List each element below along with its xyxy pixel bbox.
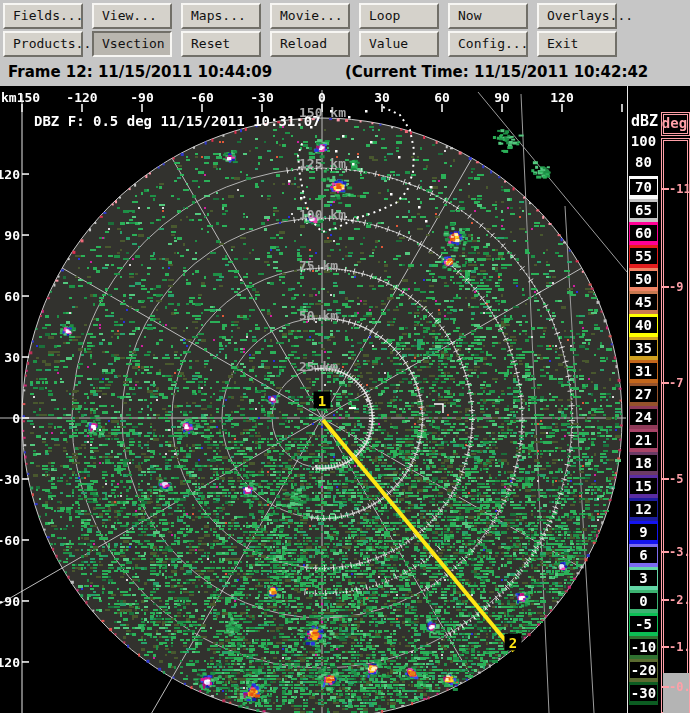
menu-bar: Fields... View... Maps... Movie... Loop … (0, 0, 690, 60)
colorbar-label: 24 (630, 409, 657, 425)
deg-tick[interactable] (662, 551, 669, 553)
menu-button-fields[interactable]: Fields... (3, 3, 83, 29)
status-bar: Frame 12: 11/15/2011 10:44:09 (Current T… (0, 60, 690, 86)
menu-button-exit[interactable]: Exit (537, 31, 617, 57)
colorbar-label: 50 (630, 271, 657, 287)
deg-tick-label[interactable]: -9 (669, 280, 683, 294)
colorbar-label: -5 (630, 616, 657, 632)
menu-button-movie[interactable]: Movie... (270, 3, 350, 29)
deg-tick[interactable] (662, 599, 669, 601)
deg-tick[interactable] (662, 686, 669, 688)
deg-tick-label[interactable]: -3.5 (669, 545, 690, 559)
colorbar-label: 65 (630, 202, 657, 218)
deg-tick[interactable] (662, 646, 669, 648)
scale-panel: dBZ1008070656055504540353127242118151296… (627, 86, 690, 713)
cidd-window: Fields... View... Maps... Movie... Loop … (0, 0, 690, 713)
menu-button-vsection[interactable]: Vsection (92, 31, 172, 57)
deg-tick[interactable] (662, 286, 669, 288)
menu-button-products[interactable]: Products... (3, 31, 83, 57)
colorbar-label: 100 (630, 133, 657, 149)
colorbar-label: 60 (630, 225, 657, 241)
menu-button-view[interactable]: View... (92, 3, 172, 29)
menu-button-reset[interactable]: Reset (181, 31, 261, 57)
colorbar-label: 45 (630, 294, 657, 310)
colorbar-label: 27 (630, 386, 657, 402)
colorbar-label: 21 (630, 432, 657, 448)
menu-button-now[interactable]: Now (448, 3, 528, 29)
radar-display: km150-120-90-60-3003060901201209060300-3… (0, 86, 690, 713)
menu-button-value[interactable]: Value (359, 31, 439, 57)
deg-tick-label[interactable]: -2.5 (669, 593, 690, 607)
colorbar-label: 80 (630, 154, 657, 170)
colorbar-label: 35 (630, 340, 657, 356)
colorbar-label: 0 (630, 593, 657, 609)
deg-scale-box (661, 138, 690, 713)
colorbar-title: dBZ (631, 112, 658, 130)
deg-tick-label[interactable]: -0.5 (669, 680, 690, 694)
colorbar-label: 9 (630, 524, 657, 540)
frame-time-label: Frame 12: 11/15/2011 10:44:09 (8, 63, 272, 81)
deg-tick[interactable] (662, 188, 669, 190)
deg-tick[interactable] (662, 382, 669, 384)
colorbar-label: 12 (630, 501, 657, 517)
colorbar-label: 40 (630, 317, 657, 333)
menu-button-config[interactable]: Config... (448, 31, 528, 57)
colorbar-label: 31 (630, 363, 657, 379)
deg-scale-title: deg (661, 115, 688, 131)
radar-echo-layer[interactable] (0, 86, 690, 713)
colorbar-label: -10 (630, 639, 657, 655)
menu-button-loop[interactable]: Loop (359, 3, 439, 29)
deg-tick-label[interactable]: -1.5 (669, 640, 690, 654)
colorbar-label: 55 (630, 248, 657, 264)
colorbar-label: -20 (630, 662, 657, 678)
menu-button-overlays[interactable]: Overlays... (537, 3, 617, 29)
colorbar-label: 70 (630, 179, 657, 195)
deg-tick-label[interactable]: -7 (669, 376, 683, 390)
colorbar-label: 6 (630, 547, 657, 563)
deg-tick[interactable] (662, 478, 669, 480)
deg-tick-label[interactable]: -5 (669, 472, 683, 486)
menu-button-maps[interactable]: Maps... (181, 3, 261, 29)
menu-button-reload[interactable]: Reload (270, 31, 350, 57)
colorbar-label: 3 (630, 570, 657, 586)
colorbar-label: -30 (630, 685, 657, 701)
current-time-label: (Current Time: 11/15/2011 10:42:42 (345, 63, 648, 81)
deg-tick-label[interactable]: -11 (669, 182, 690, 196)
colorbar-label: 18 (630, 455, 657, 471)
colorbar-label: 15 (630, 478, 657, 494)
